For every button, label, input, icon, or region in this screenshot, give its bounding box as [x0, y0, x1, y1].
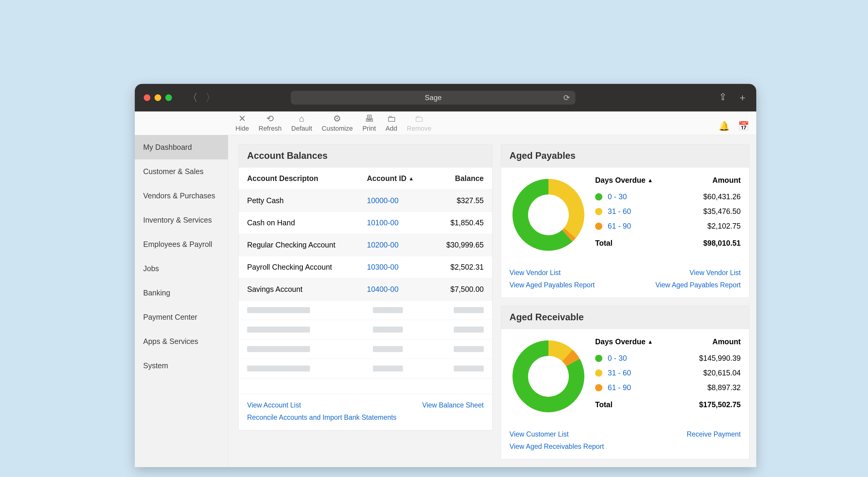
legend-dot-yellow [595, 208, 602, 215]
sidebar: My DashboardCustomer & SalesVendors & Pu… [135, 135, 228, 467]
sidebar-item-employees-payroll[interactable]: Employees & Payroll [135, 232, 228, 257]
col-balance[interactable]: Balance [424, 174, 484, 183]
account-description: Savings Account [247, 285, 367, 294]
aged-amount: $145,990.39 [699, 354, 741, 362]
toolbar: ✕Hide⟲Refresh⌂Default⚙Customize🖶Print🗀Ad… [135, 112, 756, 135]
titlebar-actions: ⇪ ＋ [719, 91, 747, 104]
view-vendor-list-link-right[interactable]: View Vendor List [655, 269, 741, 277]
close-window-button[interactable] [144, 94, 150, 101]
account-balance: $327.55 [424, 196, 484, 205]
legend-dot-green [595, 193, 602, 201]
browser-window: 〈 〉 Sage ⟳ ⇪ ＋ ✕Hide⟲Refresh⌂Default⚙Cus… [135, 84, 756, 467]
total-label: Total [595, 239, 613, 247]
legend-dot-yellow [595, 369, 602, 377]
main: Account Balances Account Descripton Acco… [228, 135, 756, 467]
placeholder-row [239, 379, 492, 394]
days-overdue-header[interactable]: Days Overdue ▲ [595, 337, 653, 346]
view-aged-receivables-report-link[interactable]: View Aged Receivables Report [509, 443, 604, 451]
account-description: Cash on Hand [247, 218, 367, 227]
aged-payables-card: Aged Payables Days Overdue ▲ Amount [501, 144, 749, 298]
aged-range-link[interactable]: 61 - 90 [608, 383, 631, 392]
new-tab-icon[interactable]: ＋ [738, 91, 747, 104]
days-overdue-header[interactable]: Days Overdue ▲ [595, 176, 653, 185]
aged-range-link[interactable]: 61 - 90 [608, 222, 631, 231]
sort-asc-icon: ▲ [408, 176, 414, 182]
sidebar-item-jobs[interactable]: Jobs [135, 257, 228, 281]
account-id-link[interactable]: 10300-00 [367, 263, 399, 271]
toolbar-customize-button[interactable]: ⚙Customize [317, 115, 358, 132]
sidebar-item-banking[interactable]: Banking [135, 281, 228, 305]
reconcile-accounts-link[interactable]: Reconcile Accounts and Import Bank State… [247, 414, 397, 422]
account-id-link[interactable]: 10200-00 [367, 241, 399, 249]
balance-row: Petty Cash10000-00$327.55 [239, 190, 492, 212]
back-button[interactable]: 〈 [187, 91, 198, 105]
amount-header[interactable]: Amount [713, 337, 741, 346]
account-description: Petty Cash [247, 196, 367, 205]
total-value: $175,502.75 [699, 400, 741, 409]
balances-links: View Account List Reconcile Accounts and… [239, 394, 492, 430]
aged-range-link[interactable]: 31 - 60 [608, 368, 631, 377]
balance-row: Regular Checking Account10200-00$30,999.… [239, 234, 492, 256]
aged-amount: $2,102.75 [708, 222, 741, 231]
total-value: $98,010.51 [703, 239, 741, 247]
sidebar-item-my-dashboard[interactable]: My Dashboard [135, 135, 228, 159]
toolbar-remove-button: 🗀Remove [402, 115, 436, 132]
aged-range-link[interactable]: 31 - 60 [608, 207, 631, 216]
reload-icon[interactable]: ⟳ [563, 93, 570, 102]
aged-payables-donut [509, 176, 587, 254]
forward-button[interactable]: 〉 [206, 91, 216, 105]
aged-row: 61 - 90$8,897.32 [595, 380, 741, 395]
account-id-link[interactable]: 10100-00 [367, 218, 399, 227]
aged-amount: $35,476.50 [703, 207, 741, 216]
balance-row: Savings Account10400-00$7,500.00 [239, 278, 492, 300]
account-description: Payroll Checking Account [247, 263, 367, 271]
aged-range-link[interactable]: 0 - 30 [608, 354, 627, 362]
view-customer-list-link[interactable]: View Customer List [509, 430, 604, 438]
placeholder-row [239, 300, 492, 320]
view-account-list-link[interactable]: View Account List [247, 401, 397, 409]
aged-amount: $60,431.26 [703, 192, 741, 201]
col-description[interactable]: Account Descripton [247, 174, 367, 183]
view-aged-payables-report-link-right[interactable]: View Aged Payables Report [655, 281, 741, 289]
notifications-icon[interactable]: 🔔 [718, 121, 730, 131]
aged-row: 0 - 30$60,431.26 [595, 189, 741, 204]
legend-dot-orange [595, 384, 602, 391]
aged-range-link[interactable]: 0 - 30 [608, 192, 627, 201]
view-vendor-list-link[interactable]: View Vendor List [509, 269, 595, 277]
amount-header[interactable]: Amount [713, 176, 741, 185]
sidebar-item-payment-center[interactable]: Payment Center [135, 305, 228, 329]
toolbar-refresh-button[interactable]: ⟲Refresh [254, 115, 286, 132]
col-account-id[interactable]: Account ID ▲ [367, 174, 424, 183]
toolbar-add-button[interactable]: 🗀Add [381, 115, 402, 132]
maximize-window-button[interactable] [165, 94, 172, 101]
sidebar-item-apps-services[interactable]: Apps & Services [135, 329, 228, 354]
address-bar[interactable]: Sage ⟳ [291, 91, 576, 105]
sidebar-item-customer-sales[interactable]: Customer & Sales [135, 159, 228, 184]
balance-row: Payroll Checking Account10300-00$2,502.3… [239, 256, 492, 278]
account-id-link[interactable]: 10000-00 [367, 196, 399, 205]
sidebar-item-vendors-purchases[interactable]: Vendors & Purchases [135, 184, 228, 208]
account-balances-card: Account Balances Account Descripton Acco… [239, 144, 492, 430]
nav-arrows: 〈 〉 [187, 91, 216, 105]
view-aged-payables-report-link[interactable]: View Aged Payables Report [509, 281, 595, 289]
toolbar-print-button[interactable]: 🖶Print [358, 115, 381, 132]
sidebar-item-system[interactable]: System [135, 354, 228, 378]
add-icon: 🗀 [387, 115, 396, 123]
toolbar-hide-button[interactable]: ✕Hide [230, 115, 254, 132]
sidebar-item-inventory-services[interactable]: Inventory & Services [135, 208, 228, 232]
view-balance-sheet-link[interactable]: View Balance Sheet [422, 401, 484, 409]
aged-receivable-donut [509, 337, 587, 415]
hide-icon: ✕ [239, 115, 246, 123]
aged-row: 0 - 30$145,990.39 [595, 351, 741, 365]
placeholder-row [239, 359, 492, 379]
calendar-icon[interactable]: 📅 [738, 121, 749, 131]
account-id-link[interactable]: 10400-00 [367, 285, 399, 293]
placeholder-row [239, 320, 492, 339]
balances-table-header: Account Descripton Account ID ▲ Balance [239, 168, 492, 190]
aged-row: 31 - 60$35,476.50 [595, 204, 741, 219]
receive-payment-link[interactable]: Receive Payment [687, 430, 741, 438]
minimize-window-button[interactable] [155, 94, 161, 101]
content: My DashboardCustomer & SalesVendors & Pu… [135, 135, 756, 467]
toolbar-default-button[interactable]: ⌂Default [286, 115, 317, 132]
share-icon[interactable]: ⇪ [719, 91, 727, 104]
